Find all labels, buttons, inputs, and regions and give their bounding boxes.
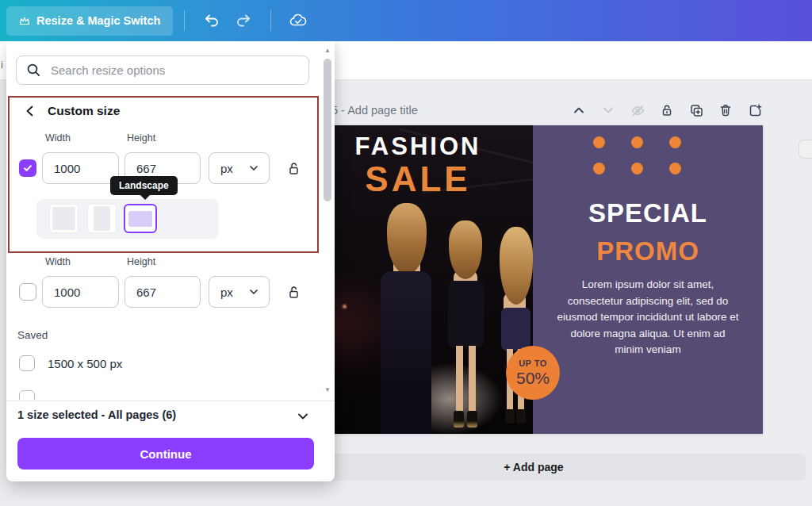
search-box[interactable] [16,56,309,85]
toolbar-divider [270,10,271,31]
decor-dot [631,163,643,174]
orientation-options [36,199,218,239]
side-panel-handle[interactable] [799,140,812,159]
add-page-label: + Add page [504,461,563,473]
size-checkbox-unchecked[interactable] [19,283,36,301]
add-page-icon[interactable] [747,102,763,118]
decor-dot [669,163,681,174]
promo-body-text[interactable]: Lorem ipsum dolor sit amet, consectetur … [555,277,741,358]
landscape-tooltip: Landscape [110,176,178,195]
design-title-line2[interactable]: SALE [303,159,533,199]
width-input[interactable] [42,152,119,184]
unit-value-2: px [220,286,233,299]
crowd-light [343,305,347,309]
clipped-edge-text: i [1,59,3,71]
undo-icon[interactable] [196,6,228,35]
promo-panel[interactable]: SPECIAL PROMO Lorem ipsum dolor sit amet… [533,125,763,434]
promo-heading-line2[interactable]: PROMO [533,236,763,266]
expand-selection-icon[interactable] [293,407,312,426]
design-canvas[interactable]: FASHION SALE [303,125,763,434]
size-checkbox-checked[interactable] [19,159,36,177]
orientation-square[interactable] [49,204,79,233]
search-icon [26,63,41,78]
resize-button-label: Resize & Magic Switch [36,14,160,27]
page-toolbar [571,102,763,118]
lock-page-icon[interactable] [659,102,675,118]
decor-dot [593,163,605,174]
saved-size-label[interactable]: 1500 x 500 px [48,357,122,370]
orientation-portrait[interactable] [87,204,117,233]
unit-value: px [220,162,233,175]
top-toolbar: Resize & Magic Switch [0,0,812,41]
delete-page-icon[interactable] [718,102,733,118]
promo-heading-line1[interactable]: SPECIAL [533,198,763,228]
unit-select-2[interactable]: px [209,276,270,308]
width-label-2: Width [45,256,71,267]
decor-dot [593,136,605,148]
fashion-photo[interactable]: FASHION SALE [303,125,533,434]
saved-size-checkbox-clipped[interactable] [19,390,35,400]
height-label-2: Height [127,256,155,267]
duplicate-page-icon[interactable] [688,102,704,118]
chevron-down-icon [248,286,259,297]
resize-panel: Custom size Width Height px Landscape Wi… [6,41,335,481]
hide-page-icon[interactable] [630,102,645,118]
resize-magic-switch-button[interactable]: Resize & Magic Switch [6,6,173,36]
width-label: Width [45,132,71,144]
toolbar-divider [184,10,185,31]
crown-icon [19,16,30,25]
height-input-2[interactable] [124,276,201,308]
saved-section-label: Saved [17,329,48,341]
page-title[interactable]: 5 - Add page title [331,104,418,117]
decor-dot [669,136,681,148]
discount-badge[interactable]: UP TO 50% [506,346,560,400]
unlock-icon[interactable] [284,159,303,178]
width-input-2[interactable] [42,276,119,308]
move-page-up-icon[interactable] [571,102,587,118]
saved-size-checkbox[interactable] [19,355,35,371]
badge-label: UP TO [519,358,547,368]
search-input[interactable] [49,63,299,78]
height-label: Height [127,132,155,144]
scrollbar-thumb[interactable] [324,59,331,201]
back-icon[interactable] [21,102,40,121]
unlock-icon-2[interactable] [284,282,303,301]
badge-value: 50% [516,369,550,388]
continue-button[interactable]: Continue [17,438,314,470]
panel-scrollbar[interactable]: ▲ ▼ [321,43,334,395]
decor-dot [631,136,643,148]
scroll-up-icon[interactable]: ▲ [321,44,334,56]
orientation-landscape[interactable] [124,204,157,233]
chevron-down-icon [248,163,259,174]
panel-divider [6,401,335,401]
add-page-button[interactable]: + Add page [262,454,806,481]
custom-size-title: Custom size [48,104,120,118]
cloud-save-icon[interactable] [282,6,314,35]
unit-select[interactable]: px [209,152,270,184]
selection-summary: 1 size selected - All pages (6) [17,408,176,421]
move-page-down-icon[interactable] [600,102,616,118]
redo-icon[interactable] [228,6,259,35]
scroll-down-icon[interactable]: ▼ [321,384,334,395]
app-window: i 5 - Add page title FASHION SA [0,0,812,506]
design-title-line1[interactable]: FASHION [303,132,533,161]
